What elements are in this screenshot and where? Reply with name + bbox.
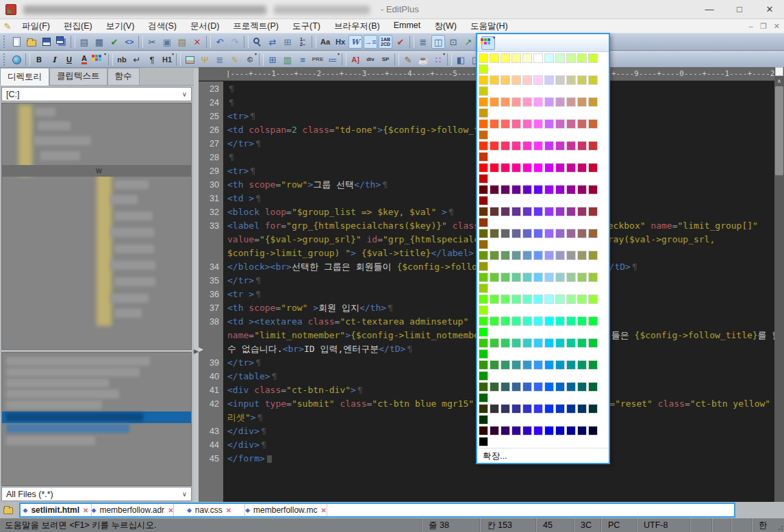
palette-swatch[interactable] — [522, 251, 532, 260]
palette-swatch[interactable] — [588, 141, 598, 151]
palette-swatch[interactable] — [533, 338, 543, 348]
redo-icon[interactable]: ↷ — [228, 35, 242, 49]
tree-item-redacted[interactable] — [110, 195, 138, 204]
menu-item-3[interactable]: 보기(V) — [99, 21, 142, 32]
window-sidebar-toggle-icon[interactable]: ◫ — [431, 35, 445, 49]
file-list[interactable] — [1, 352, 192, 486]
palette-swatch[interactable] — [533, 294, 543, 304]
palette-swatch[interactable] — [533, 229, 543, 238]
palette-swatch[interactable] — [479, 163, 488, 173]
list-icon[interactable]: ≔▾ — [326, 53, 340, 66]
palette-swatch[interactable] — [555, 207, 565, 216]
table-cell-icon[interactable]: ▥ — [281, 53, 294, 66]
file-item-redacted[interactable] — [6, 401, 102, 409]
palette-swatch[interactable] — [533, 382, 543, 392]
palette-swatch[interactable] — [511, 207, 521, 216]
palette-swatch[interactable] — [544, 75, 554, 85]
palette-swatch[interactable] — [533, 163, 543, 173]
palette-swatch[interactable] — [479, 174, 488, 183]
palette-swatch[interactable] — [577, 360, 587, 370]
tree-item-redacted[interactable] — [114, 309, 142, 318]
palette-swatch[interactable] — [501, 229, 510, 238]
palette-swatch[interactable] — [566, 382, 576, 392]
palette-swatch[interactable] — [533, 207, 543, 216]
palette-swatch[interactable] — [555, 97, 565, 107]
object-icon[interactable]: ∷▾ — [431, 53, 445, 66]
expand-colors-button[interactable]: 확장... — [477, 448, 609, 463]
palette-swatch[interactable] — [577, 119, 587, 129]
anchor-icon[interactable]: Ψ — [198, 53, 212, 66]
tree-item-redacted[interactable] — [110, 294, 149, 303]
font-icon[interactable]: Aa — [318, 35, 332, 49]
palette-swatch[interactable] — [566, 360, 576, 370]
palette-swatch[interactable] — [566, 185, 576, 194]
palette-swatch[interactable] — [479, 130, 488, 140]
menu-item-10[interactable]: 창(W) — [427, 21, 464, 32]
heading-icon[interactable]: H1▾ — [160, 53, 174, 66]
mdi-restore-icon[interactable]: ❐ — [760, 19, 767, 33]
palette-swatch[interactable] — [544, 97, 554, 107]
palette-swatch[interactable] — [501, 338, 510, 348]
spell-check-icon[interactable]: ✔ — [108, 35, 121, 49]
palette-swatch[interactable] — [479, 152, 488, 162]
palette-swatch[interactable] — [479, 327, 488, 337]
directory-tree[interactable]: w — [1, 103, 192, 350]
file-item-redacted[interactable] — [6, 357, 150, 366]
tree-item-redacted[interactable] — [114, 244, 154, 253]
palette-swatch[interactable] — [555, 185, 565, 194]
tree-item-redacted[interactable] — [114, 277, 155, 286]
palette-swatch[interactable] — [533, 75, 543, 85]
palette-swatch[interactable] — [588, 251, 598, 260]
palette-swatch[interactable] — [544, 316, 554, 326]
palette-swatch[interactable] — [588, 404, 598, 414]
palette-swatch[interactable] — [501, 53, 510, 63]
palette-swatch[interactable] — [566, 141, 576, 151]
palette-swatch[interactable] — [577, 382, 587, 392]
palette-swatch[interactable] — [555, 119, 565, 129]
palette-swatch[interactable] — [577, 316, 587, 326]
palette-swatch[interactable] — [490, 251, 499, 260]
paragraph-icon[interactable]: ¶ — [145, 53, 159, 66]
palette-swatch[interactable] — [544, 273, 554, 282]
palette-swatch[interactable] — [588, 316, 598, 326]
palette-swatch[interactable] — [566, 53, 576, 63]
palette-swatch[interactable] — [577, 97, 587, 107]
palette-swatch[interactable] — [511, 404, 521, 414]
palette-swatch[interactable] — [479, 196, 488, 205]
palette-swatch[interactable] — [501, 426, 510, 435]
scrollbar-thumb[interactable] — [775, 86, 783, 175]
minimize-button[interactable]: — — [698, 0, 721, 19]
palette-swatch[interactable] — [490, 75, 499, 85]
palette-swatch[interactable] — [566, 229, 576, 238]
palette-swatch[interactable] — [577, 185, 587, 194]
palette-swatch[interactable] — [544, 294, 554, 304]
tab-close-icon[interactable]: ✕ — [168, 507, 173, 514]
palette-swatch[interactable] — [544, 229, 554, 238]
browser-icon[interactable] — [10, 53, 23, 66]
palette-swatch[interactable] — [533, 360, 543, 370]
doc-tab-memberfollow.mc[interactable]: ◆memberfollow.mc✕ — [245, 504, 327, 516]
palette-swatch[interactable] — [479, 338, 488, 348]
palette-swatch[interactable] — [522, 382, 532, 392]
tree-item-redacted[interactable] — [110, 261, 155, 270]
palette-swatch[interactable] — [522, 163, 532, 173]
palette-swatch[interactable] — [490, 294, 499, 304]
color-picker-icon[interactable]: ▾ — [481, 36, 495, 50]
palette-swatch[interactable] — [588, 53, 598, 63]
palette-swatch[interactable] — [566, 207, 576, 216]
find-in-files-icon[interactable]: ⊞ — [281, 35, 294, 49]
palette-swatch[interactable] — [544, 185, 554, 194]
menu-item-6[interactable]: 프로젝트(P) — [226, 21, 286, 32]
folder-icon[interactable] — [3, 507, 13, 514]
font-color-icon[interactable]: A — [77, 53, 91, 66]
menu-item-2[interactable]: 편집(E) — [57, 21, 99, 32]
palette-swatch[interactable] — [566, 251, 576, 260]
tree-item-redacted[interactable] — [40, 151, 80, 160]
palette-swatch[interactable] — [511, 53, 521, 63]
palette-swatch[interactable] — [522, 426, 532, 435]
palette-swatch[interactable] — [577, 53, 587, 63]
palette-swatch[interactable] — [490, 404, 499, 414]
palette-swatch[interactable] — [544, 360, 554, 370]
palette-swatch[interactable] — [490, 141, 499, 151]
palette-swatch[interactable] — [479, 251, 488, 260]
